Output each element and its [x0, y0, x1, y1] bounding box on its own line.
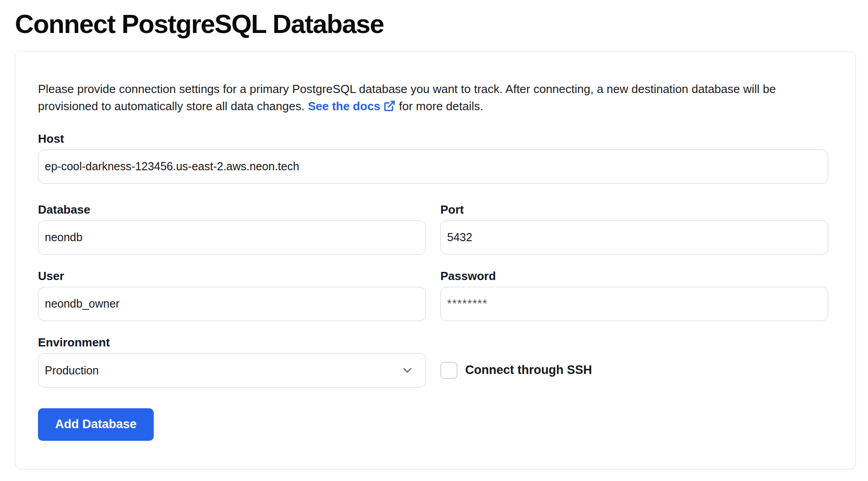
ssh-checkbox-row: Connect through SSH: [440, 353, 828, 388]
environment-select-wrap: Production: [38, 353, 426, 388]
user-input[interactable]: [38, 287, 426, 321]
description-after-link: for more details.: [396, 99, 483, 113]
user-password-row: User Password: [38, 269, 828, 321]
password-field-group: Password: [440, 269, 828, 321]
environment-label: Environment: [38, 336, 426, 349]
user-label: User: [38, 269, 426, 283]
host-input[interactable]: [38, 149, 828, 184]
ssh-checkbox-label: Connect through SSH: [465, 364, 592, 376]
ssh-checkbox[interactable]: [440, 362, 458, 379]
host-label: Host: [38, 132, 828, 145]
database-port-row: Database Port: [38, 203, 828, 255]
database-label: Database: [38, 203, 426, 216]
port-input[interactable]: [440, 220, 828, 255]
description-text: Please provide connection settings for a…: [38, 80, 828, 115]
add-database-button[interactable]: Add Database: [38, 408, 154, 441]
environment-field-group: Environment Production: [38, 336, 426, 388]
port-field-group: Port: [440, 203, 828, 255]
connection-form-card: Please provide connection settings for a…: [15, 51, 856, 469]
external-link-icon: [383, 100, 396, 112]
environment-select[interactable]: Production: [38, 353, 426, 388]
page-title: Connect PostgreSQL Database: [15, 9, 868, 39]
user-field-group: User: [38, 269, 426, 321]
password-input[interactable]: [440, 287, 828, 321]
database-field-group: Database: [38, 203, 426, 255]
password-label: Password: [440, 269, 828, 283]
host-field-group: Host: [38, 132, 828, 184]
port-label: Port: [440, 203, 828, 216]
see-the-docs-label: See the docs: [308, 99, 380, 113]
see-the-docs-link[interactable]: See the docs: [308, 99, 396, 113]
database-input[interactable]: [38, 220, 426, 255]
environment-ssh-row: Environment Production Connect through S…: [38, 336, 828, 388]
